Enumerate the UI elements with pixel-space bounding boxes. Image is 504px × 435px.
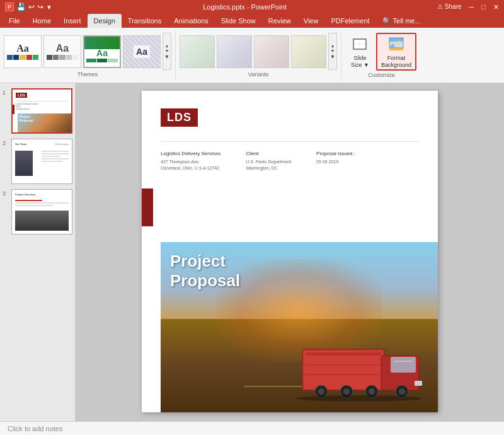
powerpoint-icon: P: [5, 3, 14, 11]
variants-scroll[interactable]: ▲ ▼ ▼: [328, 33, 337, 70]
slide-num-3: 3: [3, 190, 9, 197]
themes-scroll[interactable]: ▲ ▼ ▼: [163, 33, 171, 70]
theme3-colors: [86, 59, 118, 62]
proposal-date: 05 06 2019: [316, 159, 355, 165]
svg-rect-10: [304, 351, 383, 389]
slide-panel: 1 LDS Logistics Delivery ServicesClientP…: [0, 83, 76, 421]
tab-tell-me[interactable]: 🔍 Tell me...: [376, 14, 427, 28]
format-background-label: FormatBackground: [381, 55, 411, 69]
ribbon: Aa Aa Aa Aa: [0, 28, 504, 83]
slide-thumbnail-1[interactable]: 1 LDS Logistics Delivery ServicesClientP…: [3, 88, 72, 134]
maximize-button[interactable]: □: [481, 3, 486, 11]
notes-placeholder: Click to add notes: [8, 425, 62, 432]
svg-point-23: [369, 388, 375, 395]
quick-undo[interactable]: ↩: [28, 3, 35, 11]
slide-info-row: Logistics Delivery Services 427 Thompson…: [161, 151, 419, 171]
slide-size-button[interactable]: SlideSize ▼: [346, 33, 374, 71]
quick-customize[interactable]: ▼: [46, 4, 52, 11]
svg-rect-15: [391, 357, 416, 373]
svg-rect-17: [415, 381, 422, 386]
client-label: Client: [246, 151, 291, 156]
tab-home[interactable]: Home: [26, 14, 57, 28]
theme2-label: Aa: [56, 43, 69, 54]
slide-client-col: Client U.S. Parks DepartmentWashington, …: [246, 151, 291, 171]
variant-3[interactable]: [254, 35, 289, 68]
variant-1[interactable]: [180, 35, 215, 68]
search-icon: 🔍: [382, 17, 391, 25]
variants-group: ▲ ▼ ▼ Variants: [176, 30, 341, 80]
theme1-colors: [7, 55, 38, 60]
proposal-label: Proposal Issued :: [316, 151, 355, 156]
share-button[interactable]: ⚠ Share: [437, 3, 461, 11]
quick-redo[interactable]: ↪: [37, 3, 43, 11]
svg-rect-16: [394, 361, 413, 362]
variant-2[interactable]: [217, 35, 252, 68]
slide-num-2: 2: [3, 140, 9, 146]
theme4-label: Aa: [134, 45, 150, 58]
customize-buttons: SlideSize ▼ FormatBackground: [346, 33, 416, 71]
window-controls: ⚠ Share ─ □ ✕: [437, 3, 499, 11]
theme-4[interactable]: Aa: [123, 35, 161, 68]
svg-point-21: [343, 388, 350, 395]
format-background-icon: [387, 35, 405, 53]
slide-size-icon: [351, 35, 369, 53]
slide-thumb-3[interactable]: Project Overview: [11, 189, 72, 235]
client-val: U.S. Parks DepartmentWashington, DC: [246, 159, 291, 171]
close-button[interactable]: ✕: [493, 3, 499, 11]
notes-bar[interactable]: Click to add notes: [0, 421, 504, 435]
customize-label: Customize: [346, 71, 416, 78]
theme-1[interactable]: Aa: [4, 35, 42, 68]
tab-insert[interactable]: Insert: [57, 14, 88, 28]
ribbon-tabs: File Home Insert Design Transitions Anim…: [0, 14, 504, 28]
company-label: Logistics Delivery Services: [161, 151, 220, 156]
svg-rect-11: [306, 352, 381, 356]
theme-2[interactable]: Aa: [43, 35, 81, 68]
svg-point-25: [399, 388, 405, 395]
slide-num-1: 1: [3, 90, 9, 96]
tab-transitions[interactable]: Transitions: [122, 14, 168, 28]
theme3-label: Aa: [96, 48, 108, 58]
theme3-header: [84, 37, 120, 49]
window-title: Logistics.pptx - PowerPoint: [52, 3, 437, 11]
title-bar-left: P 💾 ↩ ↪ ▼: [5, 3, 52, 11]
tab-slide-show[interactable]: Slide Show: [215, 14, 262, 28]
title-bar: P 💾 ↩ ↪ ▼ Logistics.pptx - PowerPoint ⚠ …: [0, 0, 504, 14]
slide-main-image: ProjectProposal: [161, 242, 438, 412]
theme1-label: Aa: [16, 43, 29, 54]
slide-red-bar: [142, 188, 153, 226]
slide-proposal-col: Proposal Issued : 05 06 2019: [316, 151, 355, 171]
tab-animations[interactable]: Animations: [168, 14, 214, 28]
slide-canvas[interactable]: LDS Logistics Delivery Services 427 Thom…: [142, 91, 438, 412]
svg-rect-8: [389, 48, 403, 50]
quick-save[interactable]: 💾: [16, 3, 26, 11]
tab-review[interactable]: Review: [262, 14, 297, 28]
slide-thumbnail-2[interactable]: 2 Our Team Mini Images: [3, 139, 72, 184]
tab-pdfelement[interactable]: PDFelement: [324, 14, 375, 28]
variants-row: ▲ ▼ ▼: [180, 33, 337, 70]
themes-label: Themes: [4, 70, 171, 78]
tab-view[interactable]: View: [297, 14, 325, 28]
svg-point-26: [296, 395, 422, 402]
slide-divider: [161, 141, 419, 142]
truck-image: [296, 330, 435, 406]
main-area: 1 LDS Logistics Delivery ServicesClientP…: [0, 83, 504, 421]
tab-file[interactable]: File: [3, 14, 26, 28]
themes-group: Aa Aa Aa Aa: [0, 30, 176, 80]
theme-3[interactable]: Aa: [83, 35, 121, 68]
project-title: ProjectProposal: [170, 252, 240, 291]
company-address: 427 Thompson Ave.Cleveland, Ohio, U.S.A …: [161, 159, 220, 171]
slide-logo: LDS: [161, 108, 198, 127]
themes-row: Aa Aa Aa Aa: [4, 33, 171, 70]
minimize-button[interactable]: ─: [469, 3, 474, 11]
svg-rect-4: [389, 38, 403, 42]
slide-thumb-1[interactable]: LDS Logistics Delivery ServicesClientPro…: [11, 88, 72, 134]
format-background-button[interactable]: FormatBackground: [376, 33, 416, 71]
svg-point-19: [318, 388, 324, 395]
slide-thumb-2[interactable]: Our Team Mini Images: [11, 139, 72, 184]
slide-thumbnail-3[interactable]: 3 Project Overview: [3, 189, 72, 235]
variant-4[interactable]: [291, 35, 326, 68]
tab-design[interactable]: Design: [88, 14, 122, 28]
variants-label: Variants: [180, 70, 337, 78]
theme2-colors: [47, 55, 78, 60]
slide-size-label: SlideSize ▼: [351, 55, 369, 69]
